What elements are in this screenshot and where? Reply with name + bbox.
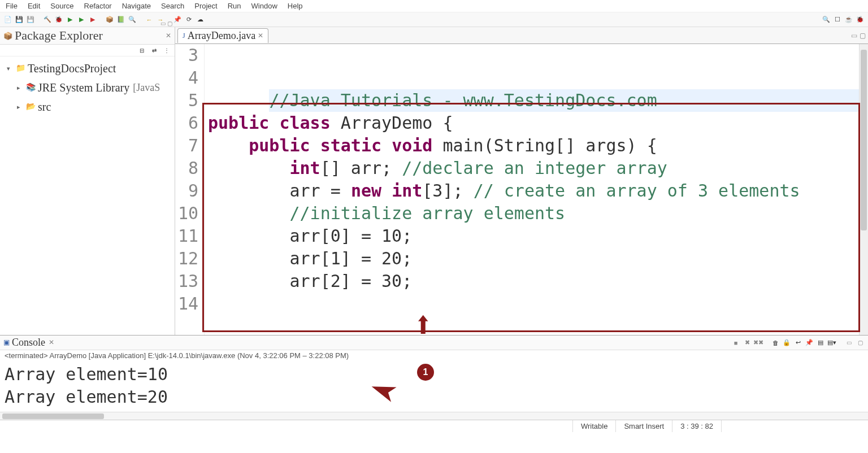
- tree-src-folder[interactable]: ▸ 📂 src: [7, 97, 175, 116]
- console-tab[interactable]: ▣ Console ✕: [3, 337, 54, 349]
- menu-help[interactable]: Help: [288, 2, 303, 10]
- remove-all-icon[interactable]: ✖✖: [754, 338, 763, 347]
- code-line[interactable]: arr[2] = 30;: [208, 270, 859, 293]
- tree-project[interactable]: ▾ 📁 TestingDocsProject: [7, 59, 175, 78]
- line-number: 11: [175, 225, 198, 247]
- console-icon: ▣: [3, 338, 10, 347]
- maximize-editor-icon[interactable]: ▢: [860, 32, 866, 40]
- back-icon[interactable]: ←: [145, 15, 154, 24]
- code-line[interactable]: public static void main(String[] args) {: [208, 134, 859, 157]
- new-icon[interactable]: 📄: [3, 15, 12, 24]
- perspective-java-icon[interactable]: ☕: [844, 15, 853, 24]
- code-line[interactable]: arr[1] = 20;: [208, 247, 859, 270]
- status-cursor-pos: 3 : 39 : 82: [672, 420, 721, 432]
- line-number: 6: [175, 112, 198, 134]
- save-all-icon[interactable]: 💾: [26, 15, 35, 24]
- view-menu-icon[interactable]: ⋮: [162, 46, 171, 55]
- open-type-icon[interactable]: 🔍: [128, 15, 137, 24]
- project-tree: ▾ 📁 TestingDocsProject ▸ 📚 JRE System Li…: [0, 56, 175, 119]
- view-title: Package Explorer: [12, 28, 163, 43]
- package-icon: 📦: [3, 32, 12, 40]
- build-icon[interactable]: 🔨: [43, 15, 52, 24]
- editor-area: J ArrayDemo.java ✕ ▭ ▢ 34567891011121314…: [175, 27, 868, 335]
- new-package-icon[interactable]: 📦: [105, 15, 114, 24]
- code-line[interactable]: arr = new int[3]; // create an array of …: [208, 180, 859, 202]
- code-line[interactable]: public class ArrayDemo {: [208, 112, 859, 134]
- vertical-scrollbar[interactable]: [859, 44, 868, 335]
- cloud-icon[interactable]: ☁: [196, 15, 205, 24]
- word-wrap-icon[interactable]: ↩: [793, 338, 802, 347]
- menu-search[interactable]: Search: [161, 2, 184, 10]
- open-console-icon[interactable]: ▤▾: [827, 338, 836, 347]
- src-folder-name: src: [38, 97, 51, 116]
- project-icon: 📁: [16, 62, 25, 75]
- console-output[interactable]: Array element=10 Array element=20: [0, 361, 868, 412]
- expand-icon[interactable]: ▸: [17, 82, 24, 93]
- close-icon[interactable]: ✕: [166, 32, 171, 40]
- tree-jre-library[interactable]: ▸ 📚 JRE System Library [JavaS: [7, 78, 175, 97]
- pin-icon[interactable]: 📌: [173, 15, 182, 24]
- code-body[interactable]: //Java Tutorials - www.TestingDocs.compu…: [205, 44, 859, 335]
- collapse-all-icon[interactable]: ⊟: [137, 46, 146, 55]
- maximize-panel-icon[interactable]: ▢: [856, 338, 865, 347]
- line-number: 13: [175, 270, 198, 293]
- minimize-panel-icon[interactable]: ▭: [844, 338, 853, 347]
- code-line[interactable]: arr[0] = 10;: [208, 225, 859, 247]
- minimize-editor-icon[interactable]: ▭: [851, 32, 857, 40]
- status-spacer: [0, 420, 572, 432]
- close-console-icon[interactable]: ✕: [49, 338, 54, 347]
- scrollbar-thumb[interactable]: [861, 50, 867, 230]
- line-gutter: 34567891011121314: [175, 44, 205, 335]
- perspective-debug-icon[interactable]: 🐞: [856, 15, 865, 24]
- scroll-lock-icon[interactable]: 🔒: [782, 338, 791, 347]
- scrollbar-thumb[interactable]: [2, 413, 104, 419]
- menu-file[interactable]: File: [6, 2, 18, 10]
- clear-console-icon[interactable]: 🗑: [771, 338, 780, 347]
- menu-refactor[interactable]: Refactor: [84, 2, 112, 10]
- src-folder-icon: 📂: [26, 100, 36, 114]
- code-line[interactable]: int[] arr; //declare an integer array: [208, 157, 859, 180]
- line-number: 12: [175, 247, 198, 270]
- library-suffix: [JavaS: [133, 79, 160, 97]
- minimize-icon[interactable]: ▭ ▢: [160, 20, 172, 27]
- menu-project[interactable]: Project: [194, 2, 217, 10]
- code-line[interactable]: //initialize array elements: [208, 202, 859, 225]
- debug-icon[interactable]: 🐞: [54, 15, 63, 24]
- code-editor[interactable]: 34567891011121314 //Java Tutorials - www…: [175, 44, 868, 335]
- line-number: 14: [175, 293, 198, 315]
- editor-tab-arraydemo[interactable]: J ArrayDemo.java ✕: [177, 28, 268, 43]
- menu-source[interactable]: Source: [50, 2, 73, 10]
- display-console-icon[interactable]: ▤: [816, 338, 825, 347]
- package-explorer-tab[interactable]: 📦 Package Explorer ✕ ▭ ▢: [0, 27, 175, 45]
- run-icon[interactable]: ▶: [66, 15, 75, 24]
- expand-icon[interactable]: ▾: [7, 63, 14, 74]
- perspective-open-icon[interactable]: ☐: [833, 15, 842, 24]
- terminate-icon[interactable]: ■: [731, 338, 740, 347]
- code-line[interactable]: //Java Tutorials - www.TestingDocs.com: [269, 89, 868, 112]
- status-bar: Writable Smart Insert 3 : 39 : 82: [0, 420, 868, 432]
- close-tab-icon[interactable]: ✕: [258, 32, 263, 40]
- pin-console-icon[interactable]: 📌: [805, 338, 814, 347]
- java-file-icon: J: [183, 32, 185, 40]
- line-number: 9: [175, 180, 198, 202]
- sync-icon[interactable]: ⟳: [184, 15, 193, 24]
- new-class-icon[interactable]: 📗: [116, 15, 125, 24]
- console-toolbar: ■ ✖ ✖✖ 🗑 🔒 ↩ 📌 ▤ ▤▾ ▭ ▢: [731, 338, 865, 347]
- console-status: <terminated> ArrayDemo [Java Application…: [0, 350, 868, 361]
- search-icon[interactable]: 🔍: [822, 15, 831, 24]
- status-right-spacer: [721, 420, 868, 432]
- external-run-icon[interactable]: ▶: [88, 15, 97, 24]
- coverage-icon[interactable]: ▶: [77, 15, 86, 24]
- save-icon[interactable]: 💾: [15, 15, 24, 24]
- menu-window[interactable]: Window: [251, 2, 277, 10]
- console-line: Array element=20: [5, 386, 863, 408]
- link-editor-icon[interactable]: ⇄: [150, 46, 159, 55]
- editor-tab-bar: J ArrayDemo.java ✕ ▭ ▢: [175, 27, 868, 44]
- project-name: TestingDocsProject: [28, 59, 116, 78]
- expand-icon[interactable]: ▸: [17, 102, 24, 112]
- menu-navigate[interactable]: Navigate: [122, 2, 151, 10]
- remove-launch-icon[interactable]: ✖: [743, 338, 752, 347]
- menu-edit[interactable]: Edit: [28, 2, 40, 10]
- menu-run[interactable]: Run: [228, 2, 241, 10]
- bottom-scrollbar[interactable]: [0, 412, 868, 420]
